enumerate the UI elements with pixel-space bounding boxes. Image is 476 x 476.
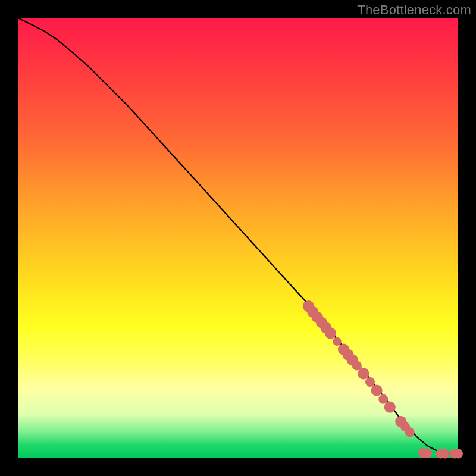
data-point-marker <box>358 368 369 379</box>
data-point-marker <box>405 427 415 437</box>
data-point-marker <box>453 449 463 459</box>
data-point-marker <box>325 327 336 339</box>
watermark-text: TheBottleneck.com <box>357 2 471 18</box>
chart-frame: TheBottleneck.com <box>0 0 476 476</box>
data-point-marker <box>422 449 432 458</box>
data-point-marker <box>384 402 396 413</box>
marker-group <box>303 300 463 458</box>
data-point-marker <box>333 337 341 346</box>
chart-overlay <box>18 18 458 458</box>
bottleneck-curve <box>18 18 458 454</box>
data-point-marker <box>371 384 383 396</box>
data-point-marker <box>365 377 375 387</box>
data-point-marker <box>440 449 450 459</box>
